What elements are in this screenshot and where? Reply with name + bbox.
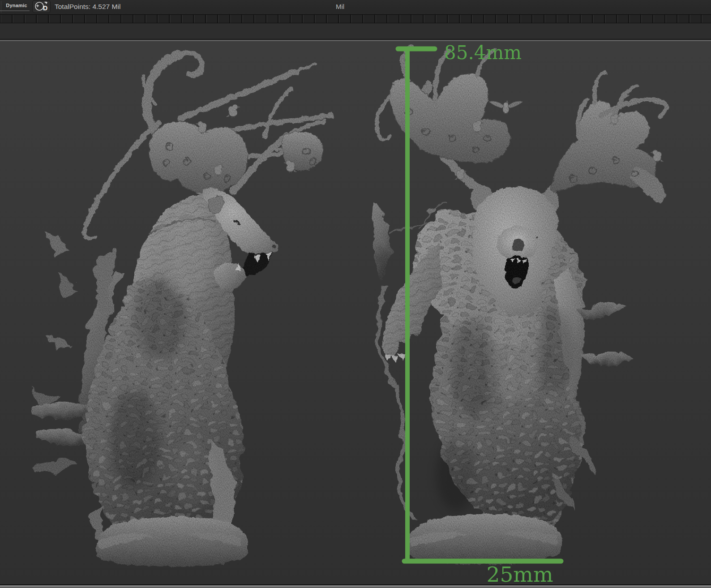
- total-points-label: TotalPoints: 4.527 Mil: [55, 0, 120, 14]
- height-measurement-label: 85.4mm: [444, 42, 522, 64]
- timeline-strip[interactable]: [0, 14, 711, 23]
- bottom-panel-edge: [0, 584, 711, 588]
- model-view-side[interactable]: [28, 52, 331, 566]
- dynamic-subdiv-button[interactable]: D: [32, 0, 51, 13]
- rotate-arrow-icon: [44, 2, 47, 4]
- sculpt-render: [0, 42, 711, 584]
- dynamic-button-underline: [0, 10, 30, 11]
- icon-letter: D: [43, 4, 47, 12]
- viewport-canvas[interactable]: 85.4mm 25mm: [0, 42, 711, 584]
- empty-toolbar-row: [0, 24, 711, 39]
- zbrush-window: Dynamic D TotalPoints: 4.527 Mil Mil: [0, 0, 711, 588]
- dynamic-subdiv-icon: D: [33, 0, 50, 13]
- top-toolbar: Dynamic D TotalPoints: 4.527 Mil Mil: [0, 0, 711, 14]
- plus-icon: [36, 4, 39, 7]
- base-left: [95, 515, 248, 566]
- model-view-front[interactable]: [370, 47, 666, 563]
- dynamic-button[interactable]: Dynamic: [3, 0, 30, 11]
- mil-label: Mil: [336, 0, 344, 14]
- width-measurement-label: 25mm: [477, 562, 562, 584]
- antlers-right-figure: [376, 47, 666, 202]
- base-right: [406, 514, 561, 563]
